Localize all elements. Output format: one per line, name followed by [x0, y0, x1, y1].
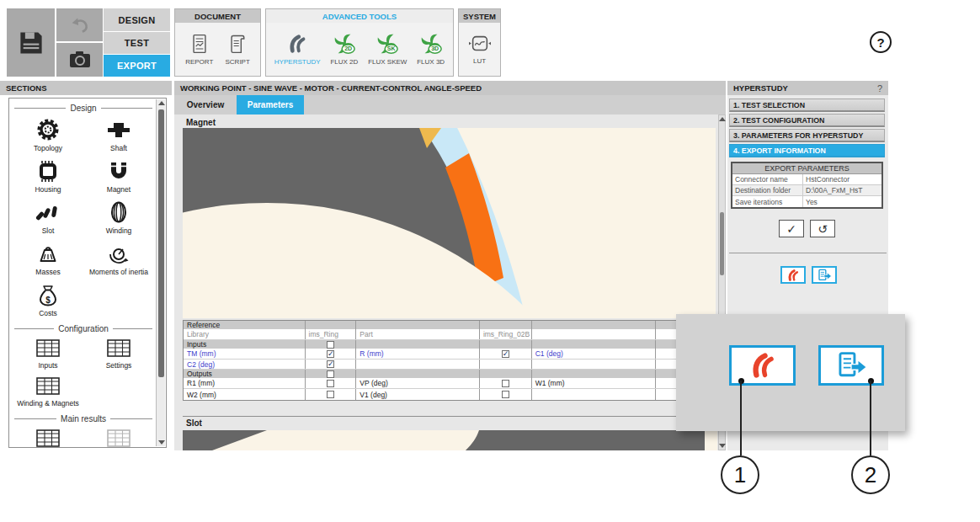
flux2d-button[interactable]: 2D FLUX 2D [328, 32, 360, 66]
sections-title: SECTIONS [6, 83, 47, 93]
callout-number-1: 1 [734, 462, 746, 488]
destination-folder-label: Destination folder [732, 185, 803, 195]
sidebar-item-moments-of-inertia[interactable]: Moments of inertia [83, 238, 154, 280]
money-bag-icon: $ [35, 282, 61, 307]
main-title-bar: WORKING POINT - SINE WAVE - MOTOR - CURR… [174, 81, 726, 95]
sidebar-item-masses[interactable]: Masses [13, 238, 83, 280]
sidebar-item-settings[interactable]: Settings [83, 335, 154, 373]
export-document-icon [834, 351, 868, 380]
tab-export[interactable]: EXPORT [104, 55, 170, 77]
c2-checkbox[interactable]: ✓ [327, 360, 334, 368]
flux3d-button[interactable]: 3D FLUX 3D [415, 32, 446, 66]
reset-button[interactable]: ↺ [810, 220, 835, 237]
moments-of-inertia-label: Moments of inertia [89, 268, 148, 276]
flux-skew-icon: SK [375, 32, 400, 56]
step-test-selection[interactable]: 1. TEST SELECTION [729, 99, 885, 112]
sidebar-item-inputs[interactable]: Inputs [13, 335, 83, 373]
advanced-tools-title: ADVANCED TOOLS [266, 9, 453, 23]
sidebar-scrollbar[interactable] [156, 99, 165, 446]
sidebar-scroll-thumb[interactable] [158, 109, 164, 377]
main-scroll-thumb[interactable] [720, 212, 724, 275]
w2-checkbox[interactable] [327, 391, 334, 398]
screenshot-button[interactable] [56, 43, 103, 77]
flux-2d-icon: 2D [332, 32, 357, 56]
scroll-down-arrow-icon[interactable] [158, 440, 165, 445]
system-group: SYSTEM LUT [458, 8, 501, 77]
callout-circle-1: 1 [721, 455, 759, 494]
v1-checkbox[interactable] [502, 391, 509, 398]
sidebar-item-topology[interactable]: Topology [13, 115, 83, 156]
export-files-button[interactable] [812, 266, 837, 284]
magnet-section-heading: Magnet [186, 118, 216, 127]
destination-folder-value: D:\00A_FxM_HsT [803, 185, 881, 195]
script-button[interactable]: SCRIPT [223, 32, 251, 66]
sidebar-item-shaft[interactable]: Shaft [83, 115, 154, 156]
magnet-cross-section-view[interactable] [183, 128, 716, 318]
main-scroll-up-icon[interactable] [719, 117, 726, 121]
help-button[interactable]: ? [870, 31, 892, 53]
save-iterations-label: Save iterations [732, 196, 803, 207]
sidebar-item-working-point[interactable]: Working point [13, 425, 83, 448]
fluxskew-button[interactable]: SK FLUX SKEW [366, 32, 408, 66]
step-parameters-for-hyperstudy[interactable]: 3. PARAMETERS FOR HYPERSTUDY [729, 129, 885, 142]
tm-checkbox[interactable]: ✓ [327, 350, 334, 358]
inputs-label: Inputs [38, 361, 57, 370]
sidebar-item-winding[interactable]: Winding [83, 197, 154, 238]
sidebar-item-power-electronics: Power electronics [83, 425, 154, 448]
validate-button[interactable]: ✓ [779, 220, 804, 237]
main-scroll-down-icon[interactable] [719, 444, 726, 448]
scroll-up-arrow-icon[interactable] [158, 101, 165, 105]
hyperstudy-tool-label: HYPERSTUDY [274, 58, 321, 66]
section-divider [183, 416, 717, 417]
r1-checkbox[interactable] [327, 380, 334, 387]
winding-label: Winding [106, 226, 132, 235]
tab-test[interactable]: TEST [104, 32, 170, 54]
slot-cross-section-view[interactable] [183, 430, 717, 450]
hyperstudy-tool-button[interactable]: HYPERSTUDY [273, 32, 322, 66]
step-test-configuration[interactable]: 2. TEST CONFIGURATION [729, 114, 885, 127]
weight-icon [35, 241, 61, 266]
ims-ring-header: ims_Ring [309, 330, 338, 338]
report-icon [189, 32, 210, 56]
outputs-band-label: Outputs [187, 370, 212, 378]
outputs-select-all-checkbox[interactable] [327, 370, 334, 378]
hyperstudy-help-icon[interactable]: ? [877, 83, 882, 93]
param-r: R (mm) [360, 349, 383, 358]
connector-name-label: Connector name [732, 174, 803, 184]
lut-icon [467, 33, 493, 55]
sidebar-item-housing[interactable]: Housing [13, 156, 83, 197]
table-grid-icon [35, 428, 61, 448]
table-grid-icon-disabled [106, 428, 131, 448]
lut-button[interactable]: LUT [466, 33, 494, 65]
application-window: DESIGN TEST EXPORT DOCUMENT REPORT [0, 0, 980, 522]
export-files-button-zoomed[interactable] [818, 345, 884, 386]
sidebar-item-winding-magnets[interactable]: Winding & Magnets [13, 373, 83, 411]
callout-line-2 [870, 381, 871, 455]
launch-hyperstudy-button[interactable] [780, 266, 806, 284]
hyperstudy-panel-title: HYPERSTUDY [733, 83, 788, 93]
gear-icon [35, 117, 61, 142]
param-w1: W1 (mm) [535, 379, 565, 387]
tab-design[interactable]: DESIGN [104, 8, 170, 31]
advanced-tools-group: ADVANCED TOOLS HYPERSTUDY [265, 8, 454, 77]
tab-parameters[interactable]: Parameters [237, 95, 304, 115]
undo-button[interactable] [56, 8, 103, 41]
r-checkbox[interactable]: ✓ [502, 350, 509, 358]
step-export-information[interactable]: 4. EXPORT INFORMATION [729, 144, 885, 157]
sidebar-item-slot[interactable]: Slot [13, 197, 83, 238]
ims-ring-02b-header: ims_Ring_02B [483, 330, 530, 338]
tab-overview[interactable]: Overview [174, 95, 237, 115]
slot-section-heading: Slot [186, 418, 202, 428]
sidebar-item-costs[interactable]: $ Costs [13, 280, 83, 321]
system-group-title: SYSTEM [459, 9, 500, 23]
inputs-select-all-checkbox[interactable] [327, 341, 334, 349]
report-button[interactable]: REPORT [184, 32, 215, 66]
inputs-band-label: Inputs [187, 340, 206, 349]
inertia-icon [106, 241, 131, 266]
vp-checkbox[interactable] [502, 380, 509, 387]
hyperstudy-panel-header: HYPERSTUDY ? [727, 81, 888, 95]
param-w2: W2 (mm) [187, 391, 216, 399]
save-button[interactable] [7, 8, 55, 77]
sidebar-item-magnet[interactable]: Magnet [83, 156, 154, 197]
param-c2: C2 (deg) [187, 360, 215, 369]
